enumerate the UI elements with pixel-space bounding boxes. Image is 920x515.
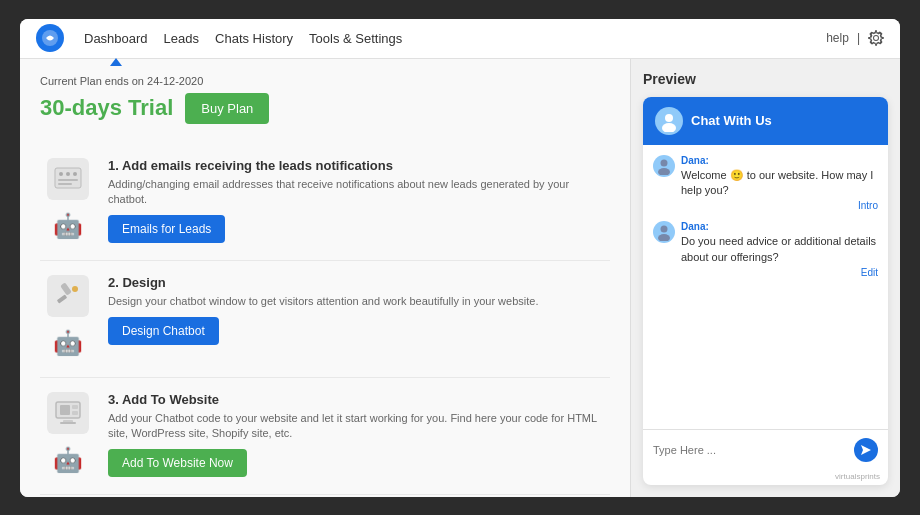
chat-input-area (643, 429, 888, 470)
svg-rect-8 (57, 294, 67, 303)
svg-rect-11 (60, 405, 70, 415)
chat-preview: Chat With Us Dana: Welcome 🙂 to our web (643, 97, 888, 485)
svg-point-21 (658, 234, 670, 241)
step-2-main-icon (47, 275, 89, 317)
logo-icon (36, 24, 64, 52)
settings-icon[interactable] (868, 30, 884, 46)
plan-info: Current Plan ends on 24-12-2020 (40, 75, 610, 87)
svg-point-20 (661, 226, 668, 233)
chat-header-label: Chat With Us (691, 113, 772, 128)
nav-dashboard[interactable]: Dashboard (84, 27, 148, 50)
nav-tools-settings[interactable]: Tools & Settings (309, 27, 402, 50)
design-chatbot-button[interactable]: Design Chatbot (108, 317, 219, 345)
step-3-desc: Add your Chatbot code to your website an… (108, 411, 610, 442)
svg-rect-7 (60, 282, 72, 295)
chat-header: Chat With Us (643, 97, 888, 145)
msg-1-sender: Dana: (681, 155, 878, 166)
step-1: 🤖 1. Add emails receiving the leads noti… (40, 144, 610, 261)
chat-message-2: Dana: Do you need advice or additional d… (653, 221, 878, 278)
svg-point-17 (662, 123, 676, 132)
right-panel: Preview Chat With Us (630, 59, 900, 497)
top-bar-right: help | (826, 30, 884, 46)
svg-point-16 (665, 114, 673, 122)
app-window: Dashboard Leads Chats History Tools & Se… (20, 19, 900, 497)
main-content: Current Plan ends on 24-12-2020 30-days … (20, 59, 900, 497)
svg-point-19 (658, 168, 670, 175)
help-separator: | (857, 31, 860, 45)
step-3-robot-icon: 🤖 (48, 440, 88, 480)
nav-links: Dashboard Leads Chats History Tools & Se… (84, 27, 402, 50)
msg-2-text: Do you need advice or additional details… (681, 234, 878, 265)
svg-rect-5 (58, 179, 78, 181)
nav-chats-history[interactable]: Chats History (215, 27, 293, 50)
step-3-body: 3. Add To Website Add your Chatbot code … (108, 392, 610, 478)
send-button[interactable] (854, 438, 878, 462)
step-3: 🤖 3. Add To Website Add your Chatbot cod… (40, 378, 610, 495)
msg-2-sender: Dana: (681, 221, 878, 232)
step-1-desc: Adding/changing email addresses that rec… (108, 177, 610, 208)
msg-2-avatar (653, 221, 675, 243)
help-label[interactable]: help (826, 31, 849, 45)
step-3-icons: 🤖 (40, 392, 96, 480)
chat-footer: virtualsprints (643, 470, 888, 485)
msg-2-content: Dana: Do you need advice or additional d… (681, 221, 878, 278)
step-2-robot-icon: 🤖 (48, 323, 88, 363)
svg-point-4 (73, 172, 77, 176)
buy-plan-button[interactable]: Buy Plan (185, 93, 269, 124)
svg-point-18 (661, 159, 668, 166)
msg-2-link[interactable]: Edit (681, 267, 878, 278)
step-2-body: 2. Design Design your chatbot window to … (108, 275, 610, 345)
step-1-icons: 🤖 (40, 158, 96, 246)
left-panel: Current Plan ends on 24-12-2020 30-days … (20, 59, 630, 497)
trial-label: 30-days Trial (40, 95, 173, 121)
nav-leads[interactable]: Leads (164, 27, 199, 50)
svg-rect-13 (72, 411, 78, 415)
svg-rect-15 (60, 422, 76, 424)
svg-point-3 (66, 172, 70, 176)
step-1-title: 1. Add emails receiving the leads notifi… (108, 158, 610, 173)
svg-point-9 (72, 286, 78, 292)
step-2-title: 2. Design (108, 275, 610, 290)
svg-rect-6 (58, 183, 72, 185)
step-1-main-icon (47, 158, 89, 200)
step-2-icons: 🤖 (40, 275, 96, 363)
chat-input-field[interactable] (653, 444, 848, 456)
chat-header-avatar (655, 107, 683, 135)
svg-rect-12 (72, 405, 78, 409)
emails-for-leads-button[interactable]: Emails for Leads (108, 215, 225, 243)
step-1-robot-icon: 🤖 (48, 206, 88, 246)
steps-list: 🤖 1. Add emails receiving the leads noti… (40, 144, 610, 495)
chat-message-1: Dana: Welcome 🙂 to our website. How may … (653, 155, 878, 212)
msg-1-text: Welcome 🙂 to our website. How may I help… (681, 168, 878, 199)
preview-title: Preview (643, 71, 888, 87)
step-1-body: 1. Add emails receiving the leads notifi… (108, 158, 610, 244)
msg-1-content: Dana: Welcome 🙂 to our website. How may … (681, 155, 878, 212)
svg-point-2 (59, 172, 63, 176)
step-2-desc: Design your chatbot window to get visito… (108, 294, 610, 309)
step-3-main-icon (47, 392, 89, 434)
step-2: 🤖 2. Design Design your chatbot window t… (40, 261, 610, 378)
step-3-title: 3. Add To Website (108, 392, 610, 407)
chat-messages: Dana: Welcome 🙂 to our website. How may … (643, 145, 888, 429)
msg-1-link[interactable]: Intro (681, 200, 878, 211)
msg-1-avatar (653, 155, 675, 177)
plan-header: 30-days Trial Buy Plan (40, 93, 610, 124)
top-bar-left: Dashboard Leads Chats History Tools & Se… (36, 24, 402, 52)
top-bar: Dashboard Leads Chats History Tools & Se… (20, 19, 900, 59)
add-to-website-button[interactable]: Add To Website Now (108, 449, 247, 477)
